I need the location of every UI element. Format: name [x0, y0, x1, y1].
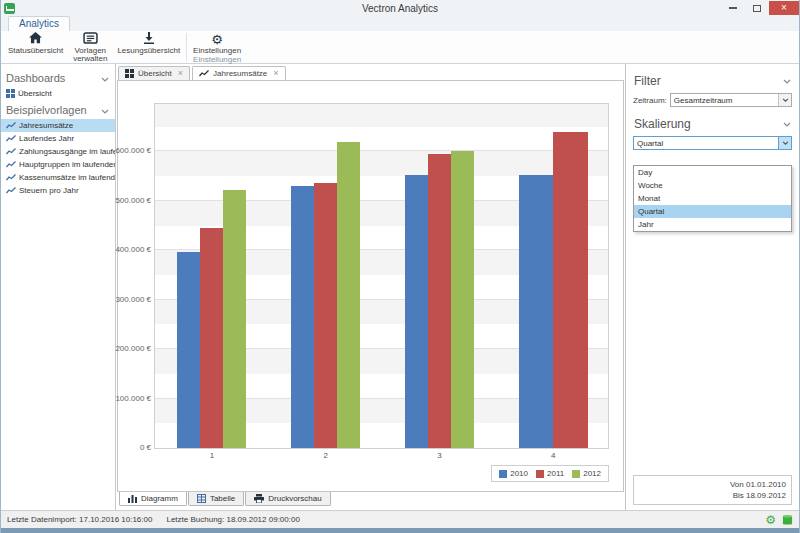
ribbon-button-einstellungen[interactable]: ⚙Einstellungen	[188, 31, 246, 55]
x-axis-tick-label: 4	[551, 451, 555, 460]
bar-2011-q3[interactable]	[428, 154, 451, 448]
ribbon-tab-row: Analytics	[1, 16, 799, 31]
dropdown-option-day[interactable]: Day	[634, 166, 791, 179]
sidebar-item-label: Übersicht	[18, 89, 52, 98]
date-to: Bis 18.09.2012	[639, 490, 786, 501]
ribbon-group-separator	[186, 33, 187, 61]
sidebar-section-beispielvorlagen[interactable]: Beispielvorlagen	[1, 100, 115, 119]
skalierung-value: Quartal	[634, 137, 778, 149]
bar-2012-q2[interactable]	[337, 142, 360, 448]
titlebar: Vectron Analytics ×	[1, 0, 799, 16]
document-tab-row: Übersicht×Jahresumsätze×	[116, 64, 625, 80]
skalierung-dropdown-button[interactable]	[778, 137, 791, 149]
zeitraum-combobox[interactable]: Gesamtzeitraum	[670, 93, 792, 107]
table-icon	[197, 494, 206, 503]
grid-icon	[6, 89, 15, 98]
bar-2010-q1[interactable]	[177, 252, 200, 448]
x-axis-tick-label: 1	[210, 451, 214, 460]
y-axis-tick-label: 600.000 €	[111, 146, 151, 155]
legend-label: 2011	[547, 469, 564, 478]
skalierung-combobox[interactable]: Quartal	[633, 136, 792, 150]
trend-icon	[6, 161, 16, 168]
view-tab-tabelle[interactable]: Tabelle	[188, 492, 244, 506]
ribbon: StatusübersichtVorlagen verwaltenLesungs…	[1, 31, 799, 64]
view-tab-label: Tabelle	[210, 494, 235, 503]
window-title: Vectron Analytics	[1, 3, 799, 14]
dropdown-option-quartal[interactable]: Quartal	[634, 205, 791, 218]
bar-2011-q4[interactable]	[553, 132, 588, 448]
trend-icon	[199, 70, 209, 77]
legend-item-2010: 2010	[499, 469, 528, 478]
chart-legend: 201020112012	[491, 465, 609, 482]
dropdown-option-monat[interactable]: Monat	[634, 192, 791, 205]
trend-icon	[6, 122, 16, 129]
x-axis-tick-label: 3	[437, 451, 441, 460]
ribbon-button-vorlagen-verwalten[interactable]: Vorlagen verwalten	[68, 31, 112, 63]
skalierung-dropdown-list: DayWocheMonatQuartalJahr	[633, 165, 792, 232]
sidebar-item-laufendes-jahr[interactable]: Laufendes Jahr	[1, 132, 115, 145]
home-icon	[29, 32, 42, 46]
trend-icon	[6, 148, 16, 155]
y-axis-tick-label: 300.000 €	[111, 295, 151, 304]
zeitraum-label: Zeitraum:	[633, 96, 667, 105]
y-axis-tick-label: 0 €	[111, 443, 151, 452]
legend-item-2011: 2011	[536, 469, 564, 478]
app-window: Vectron Analytics × Analytics Statusüber…	[0, 0, 800, 533]
bar-2012-q3[interactable]	[451, 151, 474, 448]
chevron-down-icon	[782, 98, 789, 102]
zeitraum-dropdown-button[interactable]	[778, 94, 791, 106]
tab-close-icon[interactable]: ×	[178, 68, 183, 78]
sidebar-item-label: Laufendes Jahr	[19, 134, 74, 143]
date-range-box: Von 01.01.2010 Bis 18.09.2012	[633, 475, 792, 505]
sidebar-item-label: Zahlungsausgänge im laufenden Jahr	[19, 147, 116, 156]
bar-2010-q4[interactable]	[519, 175, 554, 448]
bar-2011-q2[interactable]	[314, 183, 337, 448]
chart-gridline	[155, 150, 608, 151]
sidebar-item-kassenumsätze-im-laufenden-jahr[interactable]: Kassenumsätze im laufenden Jahr	[1, 171, 115, 184]
view-tab-row: DiagrammTabelleDruckvorschau	[116, 492, 625, 510]
ribbon-button-statusübersicht[interactable]: Statusübersicht	[3, 31, 68, 63]
bar-2010-q2[interactable]	[291, 186, 314, 448]
trend-icon	[6, 174, 16, 181]
legend-item-2012: 2012	[572, 469, 601, 478]
sidebar-item-übersicht[interactable]: Übersicht	[1, 87, 115, 100]
sidebar-item-steuern-pro-jahr[interactable]: Steuern pro Jahr	[1, 184, 115, 197]
skalierung-section-header[interactable]: Skalierung	[633, 113, 792, 136]
chevron-down-icon	[783, 122, 791, 127]
sidebar-section-dashboards[interactable]: Dashboards	[1, 68, 115, 87]
templates-icon	[83, 32, 98, 46]
ribbon-group-einstellungen: ⚙EinstellungenEinstellungen	[188, 31, 246, 63]
right-panel: Filter Zeitraum: Gesamtzeitraum Skalieru…	[625, 64, 799, 510]
sidebar-item-label: Steuern pro Jahr	[19, 186, 79, 195]
document-tab-jahresumsätze[interactable]: Jahresumsätze×	[192, 66, 286, 80]
sidebar-item-label: Kassenumsätze im laufenden Jahr	[19, 173, 116, 182]
ribbon-tab-analytics[interactable]: Analytics	[8, 16, 70, 31]
grid-icon	[125, 69, 134, 78]
document-tab-übersicht[interactable]: Übersicht×	[118, 66, 190, 80]
bar-2010-q3[interactable]	[405, 175, 428, 448]
gear-status-icon[interactable]: ⚙	[765, 514, 776, 526]
sidebar-item-jahresumsätze[interactable]: Jahresumsätze	[1, 119, 115, 132]
sidebar-item-hauptgruppen-im-laufenden-jahr[interactable]: Hauptgruppen im laufenden Jahr	[1, 158, 115, 171]
sidebar-item-zahlungsausgänge-im-laufenden-jahr[interactable]: Zahlungsausgänge im laufenden Jahr	[1, 145, 115, 158]
printer-icon	[254, 494, 264, 503]
view-tab-diagramm[interactable]: Diagramm	[119, 492, 187, 506]
legend-label: 2010	[510, 469, 528, 478]
document-tab-label: Jahresumsätze	[213, 69, 267, 78]
bar-2012-q1[interactable]	[223, 190, 246, 448]
chevron-down-icon	[782, 141, 789, 145]
view-tab-label: Diagramm	[141, 494, 178, 503]
filter-section-header[interactable]: Filter	[633, 70, 792, 93]
chevron-down-icon	[783, 79, 791, 84]
database-status-icon[interactable]	[782, 514, 793, 526]
skalierung-title: Skalierung	[634, 117, 691, 131]
bar-2011-q1[interactable]	[200, 228, 223, 448]
legend-label: 2012	[583, 469, 601, 478]
dropdown-option-jahr[interactable]: Jahr	[634, 218, 791, 231]
dropdown-option-woche[interactable]: Woche	[634, 179, 791, 192]
view-tab-label: Druckvorschau	[268, 494, 321, 503]
tab-close-icon[interactable]: ×	[273, 68, 278, 78]
last-import-text: Letzte Datenimport: 17.10.2016 10:16:00	[7, 515, 152, 524]
view-tab-druckvorschau[interactable]: Druckvorschau	[245, 492, 330, 506]
ribbon-button-lesungsübersicht[interactable]: Lesungsübersicht	[112, 31, 185, 63]
